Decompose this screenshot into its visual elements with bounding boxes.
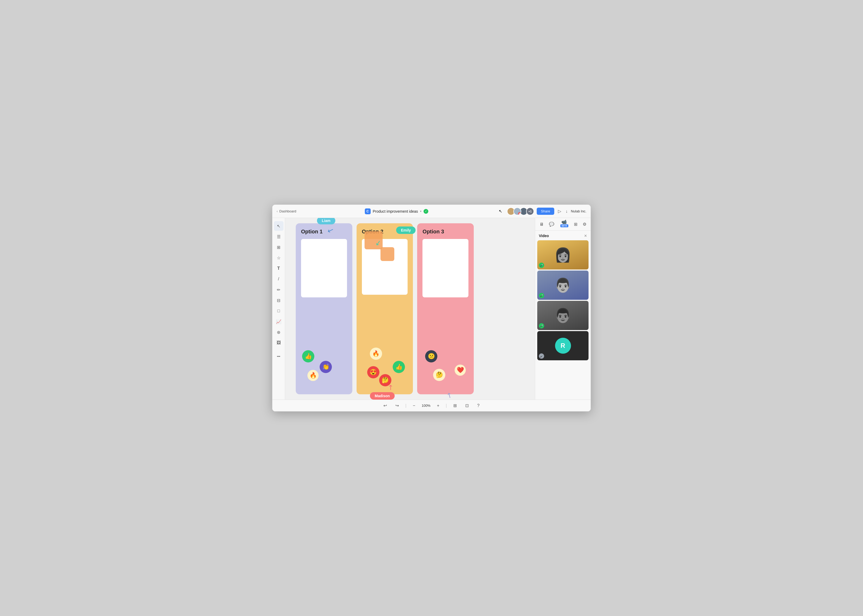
emily-cursor-arrow: ↙ [374, 238, 381, 247]
topbar-center: C Product improvement ideas ▾ ✓ [299, 209, 494, 214]
left-toolbar: ↖ ☰ ⊞ ☆ T / ✏ ⊟ □ 📈 ⊛ 🖼 ••• [272, 218, 285, 400]
zoom-out-button[interactable]: − [411, 402, 417, 409]
screen-btn[interactable]: ⊞ [573, 221, 578, 228]
avatar-placeholder-r: R [537, 331, 589, 360]
video-feeds: 👩 🎤 👨 🎤 👨 [535, 240, 591, 362]
topbar-right: ↖ R +1 Share ▷ ↓ Nulab Inc. [497, 207, 586, 215]
redo-button[interactable]: ↪ [393, 402, 401, 409]
chat-btn[interactable]: 💬 [548, 221, 555, 228]
video-feed-3: 👨 🎤 [537, 301, 589, 330]
option3-card [422, 239, 468, 297]
star-tool-btn[interactable]: ☆ [274, 253, 283, 262]
chart-tool-btn[interactable]: 📈 [274, 317, 283, 326]
clap-emoji-1: 👏 [320, 361, 332, 373]
zoom-in-button[interactable]: + [435, 402, 441, 409]
line-tool-btn[interactable]: / [274, 274, 283, 284]
note-tool-btn[interactable]: ☰ [274, 232, 283, 241]
doc-title[interactable]: Product improvement ideas [373, 209, 418, 214]
cursor-tool-btn[interactable]: ↖ [274, 221, 283, 231]
confused-emoji: 😕 [425, 350, 437, 362]
save-status-icon: ✓ [424, 209, 428, 214]
table-tool-btn[interactable]: ⊟ [274, 295, 283, 305]
brand-name: Nulab Inc. [571, 209, 586, 213]
shapes-tool-btn[interactable]: ⊞ [274, 242, 283, 252]
bottom-toolbar: ↩ ↪ | − 100% + | ⊞ ⊡ ? [272, 400, 591, 411]
thinking-emoji-2: 🤔 [433, 369, 445, 381]
right-panel: 🖥 💬 📹BETA ⊞ ⚙ Video × 👩 🎤 [535, 218, 591, 400]
frame-tool-btn[interactable]: □ [274, 306, 283, 316]
canvas-content: Liam ↙ Option 1 👍 👏 🔥 Emily [296, 223, 474, 394]
theo-cursor-arrow: ↖ [445, 391, 454, 400]
fire-emoji-1: 🔥 [307, 370, 318, 381]
video-panel-close-btn[interactable]: × [584, 233, 587, 238]
chevron-back-icon: ‹ [277, 209, 278, 213]
topbar: ‹ Dashboard C Product improvement ideas … [272, 205, 591, 218]
settings-btn[interactable]: ⚙ [582, 221, 587, 228]
dashboard-link[interactable]: Dashboard [279, 209, 296, 213]
share-button[interactable]: Share [537, 207, 554, 215]
present-button[interactable]: ▷ [557, 207, 562, 215]
title-dropdown-icon[interactable]: ▾ [420, 210, 421, 213]
thumbsup-emoji-2: 👍 [393, 361, 405, 373]
cursor-mode-icon[interactable]: ↖ [497, 207, 504, 215]
video-panel: Video × 👩 🎤 👨 [535, 231, 591, 400]
thumbsup-emoji-1: 👍 [302, 350, 314, 362]
column-option3: Option 3 Theo ↖ 😕 ❤️ 🤔 [417, 223, 474, 394]
more-tools-btn[interactable]: ••• [274, 352, 283, 361]
option3-title: Option 3 [422, 229, 468, 235]
emily-cursor-label: Emily [396, 226, 416, 234]
screen-share-btn[interactable]: 🖥 [538, 221, 545, 228]
madison-cursor-label: Madison [370, 392, 395, 400]
zoom-value: 100% [422, 404, 430, 407]
app-window: ‹ Dashboard C Product improvement ideas … [272, 204, 591, 412]
image-tool-btn[interactable]: 🖼 [274, 338, 283, 347]
grid-view-button[interactable]: ⊞ [451, 402, 459, 409]
mic-icon-2: 🎤 [539, 293, 544, 298]
option1-title: Option 1 [301, 229, 347, 235]
liam-cursor-label: Liam [317, 218, 335, 225]
video-panel-title: Video [539, 234, 549, 238]
option1-card [301, 239, 347, 297]
text-tool-btn[interactable]: T [274, 264, 283, 273]
topbar-left: ‹ Dashboard [277, 209, 296, 213]
fit-view-button[interactable]: ⊡ [463, 402, 471, 409]
main-layout: ↖ ☰ ⊞ ☆ T / ✏ ⊟ □ 📈 ⊛ 🖼 ••• [272, 218, 591, 400]
download-button[interactable]: ↓ [564, 208, 569, 215]
mic-icon-3: 🎤 [539, 323, 544, 328]
column-option2: Emily ↙ Option 2 Madison ↗ [357, 223, 413, 394]
fire-emoji-2: 🔥 [370, 347, 382, 360]
collaborator-avatars: R +1 [507, 207, 534, 215]
columns-container: Liam ↙ Option 1 👍 👏 🔥 Emily [296, 223, 474, 394]
avatar-overflow: +1 [526, 207, 534, 215]
option2-card [362, 239, 408, 295]
mic-icon-4: 🎤 [539, 354, 544, 359]
undo-button[interactable]: ↩ [381, 402, 389, 409]
canvas-area[interactable]: Liam ↙ Option 1 👍 👏 🔥 Emily [285, 218, 535, 400]
heart-emoji: ❤️ [455, 365, 466, 376]
video-feed-4: R 🎤 [537, 331, 589, 360]
video-feed-2: 👨 🎤 [537, 270, 589, 300]
video-panel-header: Video × [535, 231, 591, 240]
help-button[interactable]: ? [475, 402, 482, 409]
video-feed-1: 👩 🎤 [537, 240, 589, 269]
panel-toolbar: 🖥 💬 📹BETA ⊞ ⚙ [535, 218, 591, 231]
starryeyes-emoji: 😍 [367, 366, 380, 378]
mindmap-tool-btn[interactable]: ⊛ [274, 327, 283, 337]
mic-icon-1: 🎤 [539, 262, 544, 268]
app-logo: C [365, 209, 371, 214]
avatar-user2: R [513, 207, 521, 215]
topbar-actions: ▷ ↓ Nulab Inc. [557, 207, 586, 215]
avatar-r-initial: R [555, 338, 571, 354]
video-btn[interactable]: 📹BETA [559, 218, 570, 230]
column-option1: Liam ↙ Option 1 👍 👏 🔥 [296, 223, 352, 394]
pen-tool-btn[interactable]: ✏ [274, 285, 283, 294]
